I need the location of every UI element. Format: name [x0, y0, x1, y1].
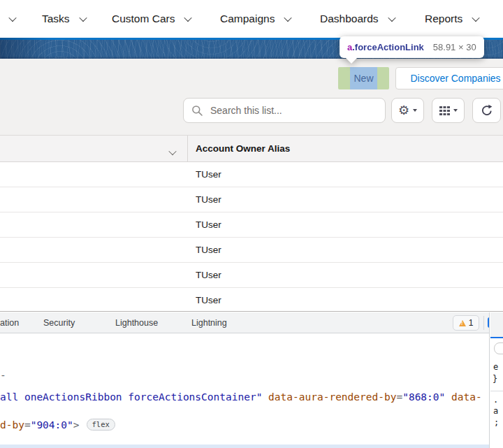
nav-item-dashboards[interactable]: Dashboards [320, 0, 395, 38]
devtools-panel: ation Security Lighthouse Lightning 1 - … [0, 311, 503, 448]
new-button[interactable]: New [338, 67, 389, 89]
nav-item-label: Reports [425, 13, 462, 25]
column-header-account-owner-alias[interactable]: Account Owner Alias [196, 136, 290, 161]
chevron-down-icon [453, 109, 458, 112]
flex-badge[interactable]: flex [87, 419, 115, 431]
styles-code-fragment: ; [494, 417, 499, 427]
toolbar-divider [483, 316, 484, 330]
nav-item-label: Tasks [42, 13, 70, 25]
refresh-button[interactable] [472, 98, 501, 123]
nav-item-tasks[interactable]: Tasks [42, 0, 86, 38]
devtools-tab-lightning[interactable]: Lightning [191, 312, 227, 333]
cell-owner-alias: TUser [196, 162, 221, 187]
devtools-tab-lighthouse[interactable]: Lighthouse [115, 312, 158, 333]
code-line[interactable]: all oneActionsRibbon forceActionsContain… [0, 391, 482, 403]
code-token: "868:0" [402, 391, 445, 403]
inspect-class: .forceActionLink [352, 42, 424, 52]
nav-item-campaigns[interactable]: Campaigns [220, 0, 291, 38]
code-token: "904:0" [31, 419, 73, 431]
styles-code-fragment: e [493, 362, 498, 372]
warning-count: 1 [469, 318, 474, 328]
code-token [445, 391, 451, 403]
devtools-elements-tree: - all oneActionsRibbon forceActionsConta… [0, 333, 489, 448]
styles-filter-input[interactable] [494, 342, 503, 354]
nav-item-label: Campaigns [220, 13, 275, 25]
cell-owner-alias: TUser [196, 238, 221, 262]
gear-icon: ⚙ [398, 104, 409, 117]
code-line[interactable]: d-by="904:0">flex [0, 419, 115, 431]
nav-item-label: Dashboards [320, 13, 379, 25]
code-fragment: - [0, 369, 6, 382]
code-token: data-aura-rendered-by [268, 391, 396, 403]
table-header-row: Account Owner Alias [0, 135, 503, 162]
cell-owner-alias: TUser [196, 212, 221, 237]
table-body: TUser TUser TUser TUser TUser TUser [0, 162, 503, 311]
styles-pane-sliver: e } . a ; [489, 312, 503, 448]
chevron-down-icon[interactable] [284, 14, 292, 22]
discover-companies-button[interactable]: Discover Companies [395, 67, 503, 89]
cell-owner-alias: TUser [196, 288, 221, 312]
inspect-tooltip: a.forceActionLink 58.91 × 30 [340, 36, 484, 58]
devtools-tab-bar: ation Security Lighthouse Lightning 1 [0, 312, 503, 333]
code-token: all oneActionsRibbon forceActionsContain… [0, 391, 268, 403]
table-row[interactable]: TUser [0, 212, 503, 238]
nav-item-truncated-chevron[interactable] [10, 0, 15, 38]
inspect-padding-tint [338, 67, 350, 89]
inspect-dimensions: 58.91 × 30 [433, 42, 476, 52]
chevron-down-icon[interactable] [79, 14, 87, 22]
inspect-padding-tint [377, 67, 389, 89]
table-row[interactable]: TUser [0, 238, 503, 263]
table-row[interactable]: TUser [0, 187, 503, 212]
table-row[interactable]: TUser [0, 288, 503, 313]
chevron-down-icon[interactable] [388, 14, 395, 22]
app-nav-bar: Tasks Custom Cars Campaigns Dashboards R… [0, 0, 503, 38]
active-tab-underline [490, 337, 503, 338]
code-token: data- [451, 391, 482, 403]
app-window: Tasks Custom Cars Campaigns Dashboards R… [0, 0, 503, 448]
warning-icon [459, 320, 466, 326]
styles-code-fragment: a [493, 406, 498, 416]
display-as-button[interactable] [432, 98, 465, 123]
cell-owner-alias: TUser [196, 187, 221, 212]
code-token: = [24, 419, 31, 431]
nav-item-label: Custom Cars [112, 13, 175, 25]
discover-companies-label: Discover Companies [410, 73, 500, 84]
chevron-down-icon[interactable] [472, 14, 480, 22]
code-token: > [73, 419, 80, 431]
cell-owner-alias: TUser [196, 263, 221, 287]
chevron-down-icon [8, 14, 16, 22]
code-token: d-by [0, 419, 24, 431]
styles-code-fragment: . [493, 395, 498, 405]
styles-pane-tab-strip [490, 312, 503, 337]
column-divider [187, 136, 188, 161]
new-button-label: New [350, 67, 377, 89]
styles-section-divider [490, 391, 503, 391]
inspect-selector: a.forceActionLink [347, 42, 424, 52]
table-grid-icon [439, 106, 450, 115]
devtools-tab-application[interactable]: ation [0, 312, 19, 333]
chevron-down-icon [413, 109, 417, 112]
code-token: = [396, 391, 402, 403]
nav-item-custom-cars[interactable]: Custom Cars [112, 0, 191, 38]
list-settings-button[interactable]: ⚙ [391, 98, 424, 123]
column-menu-chevron[interactable] [170, 145, 175, 158]
chevron-down-icon[interactable] [184, 14, 192, 22]
warnings-badge[interactable]: 1 [453, 315, 479, 331]
styles-code-fragment: } [493, 374, 497, 384]
devtools-tab-security[interactable]: Security [43, 312, 75, 333]
nav-item-reports[interactable]: Reports [425, 0, 479, 38]
table-row[interactable]: TUser [0, 263, 503, 288]
selected-code-line[interactable]: -by="911:0" class="forceActionLink" data… [0, 445, 489, 448]
refresh-icon [481, 104, 493, 117]
table-row[interactable]: TUser [0, 162, 503, 187]
search-input[interactable] [183, 98, 386, 123]
